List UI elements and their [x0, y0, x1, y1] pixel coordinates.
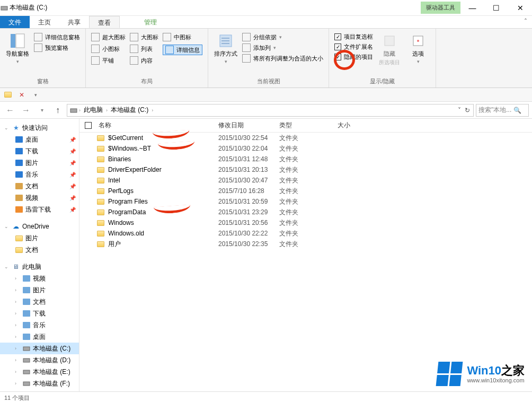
close-button[interactable]: ✕ — [508, 0, 532, 16]
folder-icon[interactable] — [3, 90, 13, 100]
nav-pc-item[interactable]: ›文档 — [0, 296, 79, 308]
file-date: 2015/10/31 20:59 — [218, 198, 279, 205]
file-row[interactable]: Windows.old 2015/10/30 22:22 文件夹 — [79, 228, 532, 239]
up-button[interactable]: ↑ — [51, 103, 65, 117]
nav-quick-item[interactable]: 迅雷下载📌 — [0, 204, 79, 215]
nav-pc-item[interactable]: ›桌面 — [0, 331, 79, 343]
nav-quick-item[interactable]: 图片📌 — [0, 157, 79, 169]
hidden-items-toggle[interactable]: ✓隐藏的项目 — [334, 53, 373, 61]
file-name: Intel — [108, 177, 120, 184]
nav-pc-item[interactable]: ›下载 — [0, 308, 79, 319]
chevron-down-icon: ▾ — [16, 59, 19, 64]
detail-pane-button[interactable]: 详细信息窗格 — [34, 33, 80, 41]
folder-icon — [96, 144, 105, 153]
file-row[interactable]: 用户 2015/10/30 22:35 文件夹 — [79, 239, 532, 249]
select-all-checkbox[interactable] — [85, 122, 92, 129]
nav-quick-item[interactable]: 视频📌 — [0, 192, 79, 204]
forward-button[interactable]: → — [19, 103, 33, 117]
hide-selected-button[interactable]: 隐藏 所选项目 — [377, 31, 402, 76]
tab-home[interactable]: 主页 — [30, 16, 59, 28]
folder-icon — [22, 333, 31, 341]
layout-content[interactable]: 内容 — [130, 56, 158, 65]
watermark: Win10之家 www.win10xitong.com — [437, 362, 525, 386]
file-name: Program Files — [108, 198, 148, 205]
sort-button[interactable]: 排序方式 ▾ — [214, 31, 238, 76]
chevron-right-icon[interactable]: › — [79, 108, 81, 113]
back-button[interactable]: ← — [3, 103, 17, 117]
file-row[interactable]: Program Files 2015/10/31 20:59 文件夹 — [79, 196, 532, 207]
maximize-button[interactable]: ☐ — [484, 0, 508, 16]
nav-quick-access[interactable]: ⌄★快速访问 — [0, 122, 79, 134]
minimize-button[interactable]: — — [460, 0, 484, 16]
col-type[interactable]: 类型 — [279, 121, 338, 130]
nav-quick-item[interactable]: 音乐📌 — [0, 169, 79, 180]
svg-rect-1 — [11, 34, 15, 48]
item-checkboxes-toggle[interactable]: ✓项目复选框 — [334, 33, 373, 41]
nav-pc-item[interactable]: ›本地磁盘 (C:) — [0, 343, 79, 354]
search-icon: 🔍 — [513, 107, 521, 114]
dropdown-icon[interactable]: ▾ — [31, 90, 40, 100]
tool-tab[interactable]: 驱动器工具 — [421, 2, 460, 14]
folder-icon — [96, 134, 105, 142]
col-date[interactable]: 修改日期 — [218, 121, 279, 130]
file-row[interactable]: $GetCurrent 2015/10/30 22:54 文件夹 — [79, 133, 532, 143]
group-by-button[interactable]: 分组依据▾ — [242, 33, 323, 41]
nav-pc-item[interactable]: ›本地磁盘 (D:) — [0, 354, 79, 366]
file-row[interactable]: DriverExpertFolder 2015/10/31 20:13 文件夹 — [79, 164, 532, 175]
file-row[interactable]: $Windows.~BT 2015/10/30 22:04 文件夹 — [79, 143, 532, 154]
col-name[interactable]: 名称 — [96, 121, 218, 130]
file-row[interactable]: PerfLogs 2015/7/10 16:28 文件夹 — [79, 186, 532, 196]
recent-dropdown[interactable]: ▾ — [35, 103, 49, 117]
layout-m[interactable]: 中图标 — [163, 33, 202, 41]
preview-pane-button[interactable]: 预览窗格 — [34, 43, 80, 52]
layout-l[interactable]: 大图标 — [130, 33, 158, 41]
nav-pc-item[interactable]: ›音乐 — [0, 319, 79, 331]
file-type: 文件夹 — [279, 155, 338, 164]
collapse-ribbon-icon[interactable]: ˆ — [525, 18, 527, 25]
layout-tiles[interactable]: 平铺 — [91, 56, 126, 65]
nav-onedrive-item[interactable]: 文档 — [0, 244, 79, 256]
delete-icon[interactable]: ✕ — [17, 90, 26, 100]
tab-share[interactable]: 共享 — [59, 16, 89, 28]
nav-pc-item[interactable]: ›本地磁盘 (E:) — [0, 366, 79, 378]
crumb-drive[interactable]: 本地磁盘 (C:) — [109, 106, 150, 115]
nav-quick-item[interactable]: 桌面📌 — [0, 134, 79, 145]
tab-view[interactable]: 查看 — [89, 16, 120, 28]
search-box[interactable]: 搜索"本地... 🔍 — [476, 104, 529, 117]
file-row[interactable]: Intel 2015/10/30 20:47 文件夹 — [79, 175, 532, 186]
layout-xl[interactable]: 超大图标 — [91, 33, 126, 41]
chevron-right-icon[interactable]: › — [106, 108, 108, 113]
file-row[interactable]: Windows 2015/10/31 20:56 文件夹 — [79, 217, 532, 228]
file-row[interactable]: Binaries 2015/10/31 12:48 文件夹 — [79, 154, 532, 164]
refresh-history-buttons[interactable]: ˅ ↻ — [455, 107, 473, 114]
fit-columns-button[interactable]: 将所有列调整为合适的大小 — [242, 54, 323, 63]
nav-pc-item[interactable]: ›视频 — [0, 273, 79, 284]
group-by-icon — [242, 33, 251, 41]
nav-pane-button[interactable]: 导航窗格 ▾ — [5, 31, 30, 76]
pin-icon: 📌 — [69, 207, 76, 213]
status-bar: 11 个项目 — [0, 391, 532, 402]
nav-thispc[interactable]: ⌄🖥此电脑 — [0, 261, 79, 273]
tab-manage[interactable]: 管理 — [136, 16, 165, 28]
file-ext-toggle[interactable]: ✓文件扩展名 — [334, 43, 373, 51]
crumb-thispc[interactable]: 此电脑 — [82, 106, 105, 115]
layout-list[interactable]: 列表 — [130, 45, 158, 53]
nav-onedrive[interactable]: ⌄☁OneDrive — [0, 221, 79, 232]
options-button[interactable]: 选项 ▾ — [406, 31, 430, 76]
nav-quick-item[interactable]: 文档📌 — [0, 180, 79, 192]
nav-tree[interactable]: ⌄★快速访问桌面📌下载📌图片📌音乐📌文档📌视频📌迅雷下载📌⌄☁OneDrive图… — [0, 119, 79, 391]
nav-quick-item[interactable]: 下载📌 — [0, 145, 79, 157]
layout-s[interactable]: 小图标 — [91, 45, 126, 53]
address-bar[interactable]: › 此电脑 › 本地磁盘 (C:) › ˅ ↻ — [67, 104, 474, 117]
file-name: Windows — [108, 219, 134, 226]
file-row[interactable]: ProgramData 2015/10/31 23:29 文件夹 — [79, 207, 532, 217]
tab-file[interactable]: 文件 — [0, 16, 30, 28]
col-size[interactable]: 大小 — [338, 121, 380, 130]
chevron-right-icon[interactable]: › — [152, 108, 153, 113]
column-headers[interactable]: 名称 修改日期 类型 大小 — [79, 119, 532, 133]
nav-onedrive-item[interactable]: 图片 — [0, 232, 79, 244]
nav-pc-item[interactable]: ›本地磁盘 (F:) — [0, 378, 79, 389]
add-column-button[interactable]: 添加列▾ — [242, 43, 323, 52]
layout-details[interactable]: 详细信息 — [163, 45, 202, 55]
nav-pc-item[interactable]: ›图片 — [0, 284, 79, 296]
